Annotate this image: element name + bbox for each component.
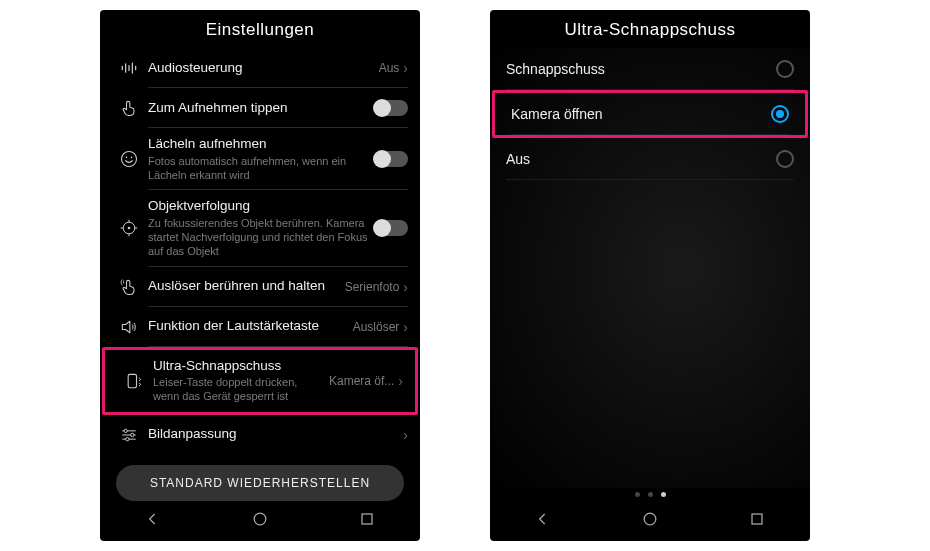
row-title: Funktion der Lautstärketaste: [148, 318, 347, 335]
row-subtitle: Fotos automatisch aufnehmen, wenn ein Lä…: [148, 155, 368, 183]
target-icon: [110, 218, 148, 238]
ultra-snapshot-screen: Ultra-Schnappschuss Schnappschuss Kamera…: [490, 10, 810, 541]
row-title: Auslöser berühren und halten: [148, 278, 339, 295]
row-value: Aus: [379, 61, 400, 75]
row-touch-hold-shutter[interactable]: Auslöser berühren und halten Serienfoto …: [100, 267, 420, 307]
settings-list: Audiosteuerung Aus › Zum Aufnehmen tippe…: [100, 48, 420, 503]
row-capture-smiles[interactable]: Lächeln aufnehmen Fotos automatisch aufn…: [100, 128, 420, 190]
svg-point-9: [254, 513, 266, 525]
tap-icon: [110, 98, 148, 118]
smile-icon: [110, 149, 148, 169]
row-ultra-snapshot[interactable]: Ultra-Schnappschuss Leiser-Taste doppelt…: [102, 347, 418, 415]
page-title: Einstellungen: [100, 10, 420, 48]
row-title: Bildanpassung: [148, 426, 397, 443]
row-image-adjustment[interactable]: Bildanpassung ›: [100, 415, 420, 455]
svg-rect-12: [752, 514, 762, 524]
svg-rect-5: [128, 374, 136, 387]
toggle-switch[interactable]: [374, 151, 408, 167]
row-title: Lächeln aufnehmen: [148, 136, 368, 153]
svg-rect-10: [362, 514, 372, 524]
option-label: Aus: [506, 151, 530, 167]
volume-icon: [110, 317, 148, 337]
settings-screen: Einstellungen Audiosteuerung Aus › Zum A…: [100, 10, 420, 541]
svg-point-8: [126, 437, 129, 440]
svg-point-4: [128, 227, 131, 230]
option-snapshot[interactable]: Schnappschuss: [490, 48, 810, 90]
svg-point-1: [126, 157, 128, 159]
row-subtitle: Leiser-Taste doppelt drücken, wenn das G…: [153, 376, 323, 404]
touch-hold-icon: [110, 277, 148, 297]
radio-selected[interactable]: [771, 105, 789, 123]
row-subtitle: Zu fokussierendes Objekt berühren. Kamer…: [148, 217, 368, 258]
nav-bar: [490, 503, 810, 541]
chevron-right-icon: ›: [403, 60, 408, 76]
dot-active: [661, 492, 666, 497]
nav-back-icon[interactable]: [143, 509, 163, 533]
dot: [648, 492, 653, 497]
equalizer-icon: [110, 58, 148, 78]
row-volume-button-function[interactable]: Funktion der Lautstärketaste Auslöser ›: [100, 307, 420, 347]
radio-unselected[interactable]: [776, 60, 794, 78]
svg-point-7: [131, 433, 134, 436]
chevron-right-icon: ›: [403, 279, 408, 295]
sliders-icon: [110, 425, 148, 445]
nav-recent-icon[interactable]: [357, 509, 377, 533]
nav-recent-icon[interactable]: [747, 509, 767, 533]
nav-home-icon[interactable]: [250, 509, 270, 533]
nav-bar: [100, 503, 420, 541]
option-label: Kamera öffnen: [511, 106, 603, 122]
row-title: Objektverfolgung: [148, 198, 368, 215]
nav-home-icon[interactable]: [640, 509, 660, 533]
row-title: Zum Aufnehmen tippen: [148, 100, 368, 117]
page-title: Ultra-Schnappschuss: [490, 10, 810, 48]
chevron-right-icon: ›: [403, 427, 408, 443]
svg-point-0: [122, 152, 137, 167]
svg-point-6: [124, 429, 127, 432]
row-tap-to-capture[interactable]: Zum Aufnehmen tippen: [100, 88, 420, 128]
toggle-switch[interactable]: [374, 100, 408, 116]
option-label: Schnappschuss: [506, 61, 605, 77]
snapshot-icon: [115, 371, 153, 391]
option-off[interactable]: Aus: [490, 138, 810, 180]
chevron-right-icon: ›: [403, 319, 408, 335]
chevron-right-icon: ›: [398, 373, 403, 389]
row-value: Auslöser: [353, 320, 400, 334]
row-title: Audiosteuerung: [148, 60, 373, 77]
svg-point-2: [131, 157, 133, 159]
option-open-camera[interactable]: Kamera öffnen: [492, 90, 808, 138]
row-audio-control[interactable]: Audiosteuerung Aus ›: [100, 48, 420, 88]
toggle-switch[interactable]: [374, 220, 408, 236]
row-value: Kamera öf...: [329, 374, 394, 388]
dot: [635, 492, 640, 497]
radio-unselected[interactable]: [776, 150, 794, 168]
row-title: Ultra-Schnappschuss: [153, 358, 323, 375]
svg-point-11: [644, 513, 656, 525]
row-value: Serienfoto: [345, 280, 400, 294]
row-object-tracking[interactable]: Objektverfolgung Zu fokussierendes Objek…: [100, 190, 420, 266]
nav-back-icon[interactable]: [533, 509, 553, 533]
options-list: Schnappschuss Kamera öffnen Aus: [490, 48, 810, 488]
restore-defaults-button[interactable]: STANDARD WIEDERHERSTELLEN: [116, 465, 404, 501]
page-indicator: [490, 488, 810, 503]
